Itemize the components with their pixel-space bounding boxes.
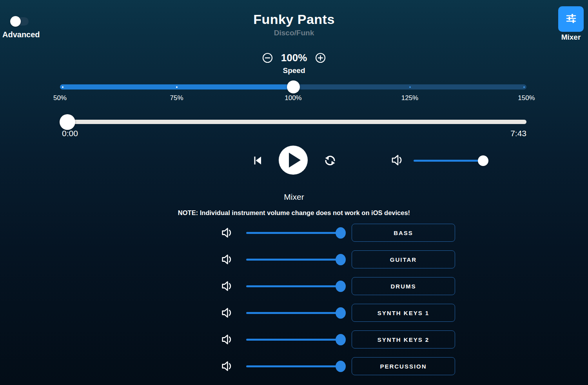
mixer-sliders-icon	[564, 11, 578, 27]
song-progress-thumb[interactable]	[60, 114, 75, 130]
speed-tick-label-50: 50%	[53, 94, 67, 102]
instrument-volume-fill[interactable]	[246, 259, 345, 261]
instrument-volume-fill[interactable]	[246, 232, 345, 234]
speed-tick-dot-50	[62, 86, 64, 88]
mixer-row-bass: BASS	[0, 219, 588, 246]
play-icon	[289, 153, 301, 168]
mixer-row-guitar: GUITAR	[0, 246, 588, 273]
instrument-volume-slider[interactable]	[246, 334, 345, 345]
mixer-button-label: Mixer	[554, 33, 588, 42]
instrument-volume-slider[interactable]	[246, 228, 345, 238]
speed-slider-thumb[interactable]	[287, 80, 300, 93]
instrument-button-drums[interactable]: DRUMS	[352, 277, 455, 295]
speed-tick-dot-150	[523, 86, 525, 88]
speed-tick-dot-75	[176, 86, 178, 88]
instrument-volume-thumb[interactable]	[336, 307, 346, 319]
mixer-row-synth-keys-1: SYNTH KEYS 1	[0, 299, 588, 326]
speed-tick-labels: 50% 75% 100% 125% 150%	[60, 94, 526, 103]
instrument-volume-icon[interactable]	[221, 307, 234, 321]
speed-tick-label-150: 150%	[518, 94, 535, 102]
mixer-row-drums: DRUMS	[0, 273, 588, 299]
instrument-button-synth-keys-1[interactable]: SYNTH KEYS 1	[352, 304, 455, 322]
instrument-volume-thumb[interactable]	[336, 254, 346, 265]
instrument-button-bass[interactable]: BASS	[352, 224, 455, 242]
time-total: 7:43	[503, 129, 526, 138]
speed-slider[interactable]	[60, 81, 526, 93]
instrument-volume-slider[interactable]	[246, 281, 345, 292]
master-volume-icon[interactable]	[390, 153, 405, 167]
instrument-volume-icon[interactable]	[221, 280, 234, 294]
speed-tick-label-125: 125%	[401, 94, 418, 102]
song-progress-rail[interactable]	[63, 120, 526, 124]
mixer-heading: Mixer	[0, 192, 588, 202]
instrument-volume-fill[interactable]	[246, 339, 345, 341]
play-button[interactable]	[279, 146, 308, 175]
speed-decrease-button[interactable]	[262, 53, 273, 63]
master-volume-slider[interactable]	[414, 155, 483, 166]
instrument-volume-slider[interactable]	[246, 254, 345, 265]
mixer-row-synth-keys-2: SYNTH KEYS 2	[0, 326, 588, 353]
speed-increase-button[interactable]	[315, 53, 326, 63]
master-volume-thumb[interactable]	[478, 155, 488, 166]
instrument-button-percussion[interactable]: PERCUSSION	[352, 357, 455, 375]
instrument-button-guitar[interactable]: GUITAR	[352, 250, 455, 268]
time-elapsed: 0:00	[62, 129, 78, 138]
song-progress-slider[interactable]	[63, 114, 526, 130]
instrument-volume-thumb[interactable]	[336, 227, 346, 239]
loop-button[interactable]	[323, 153, 337, 168]
master-volume-fill[interactable]	[414, 160, 483, 162]
instrument-volume-icon[interactable]	[221, 333, 234, 347]
song-title: Funky Pants	[0, 12, 588, 27]
instrument-volume-fill[interactable]	[246, 312, 345, 314]
instrument-volume-icon[interactable]	[221, 226, 234, 241]
mixer-button[interactable]	[558, 6, 584, 32]
instrument-button-synth-keys-2[interactable]: SYNTH KEYS 2	[352, 330, 455, 349]
speed-tick-dot-125	[409, 86, 411, 88]
speed-tick-label-100: 100%	[285, 94, 301, 102]
instrument-volume-icon[interactable]	[221, 360, 234, 374]
instrument-volume-fill[interactable]	[246, 365, 345, 367]
instrument-volume-slider[interactable]	[246, 361, 345, 372]
speed-tick-label-75: 75%	[170, 94, 183, 102]
instrument-volume-slider[interactable]	[246, 308, 345, 318]
instrument-volume-thumb[interactable]	[336, 281, 346, 292]
instrument-volume-thumb[interactable]	[336, 361, 346, 372]
instrument-volume-thumb[interactable]	[336, 334, 346, 345]
speed-value: 100%	[281, 52, 307, 64]
song-genre: Disco/Funk	[0, 29, 588, 37]
instrument-volume-fill[interactable]	[246, 285, 345, 287]
instrument-volume-icon[interactable]	[221, 253, 234, 267]
mixer-note: NOTE: Individual instrument volume chang…	[0, 209, 588, 217]
speed-label: Speed	[0, 66, 588, 75]
skip-to-start-button[interactable]	[252, 155, 263, 166]
mixer-row-percussion: PERCUSSION	[0, 353, 588, 380]
